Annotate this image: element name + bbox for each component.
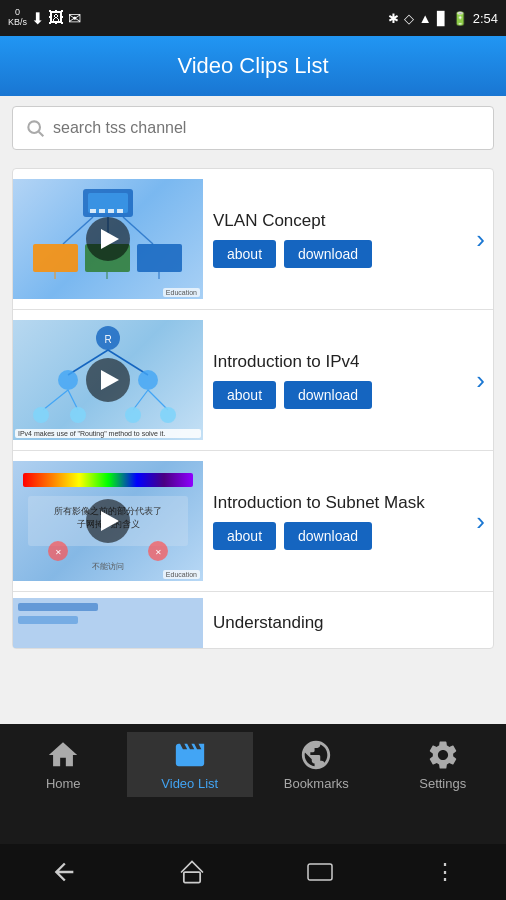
svg-line-24 [68,390,78,410]
video-icon [173,738,207,772]
nav-label-videolist: Video List [161,776,218,791]
video-item-subnet: 所有影像之前的部分代表了 子网掩码的含义 ✕ ✕ 不能访问 Education [13,451,493,592]
home-icon [46,738,80,772]
nav-item-videolist[interactable]: Video List [127,732,254,797]
download-button-vlan[interactable]: download [284,240,372,268]
svg-text:不能访问: 不能访问 [92,562,124,571]
item-content-subnet: Introduction to Subnet Mask about downlo… [213,492,483,550]
svg-text:R: R [104,334,111,345]
about-button-ipv4[interactable]: about [213,381,276,409]
about-button-vlan[interactable]: about [213,240,276,268]
kb-indicator: 0 KB/s [8,8,27,28]
svg-rect-7 [117,209,123,213]
svg-point-26 [70,407,86,423]
chevron-icon-subnet[interactable]: › [476,506,485,537]
bluetooth-icon: ✱ [388,11,399,26]
back-icon [50,858,78,886]
svg-rect-41 [18,603,98,611]
svg-rect-4 [90,209,96,213]
svg-rect-13 [137,244,182,272]
thumb-label-vlan: Education [163,288,200,297]
app-bar-title: Video Clips List [177,53,328,79]
back-button[interactable] [50,858,78,886]
battery-icon: 🔋 [452,11,468,26]
nav-item-home[interactable]: Home [0,732,127,797]
search-container [0,96,506,160]
thumbnail-vlan[interactable]: Education [13,179,203,299]
content-area: Education VLAN Concept about download › [0,160,506,780]
download-button-ipv4[interactable]: download [284,381,372,409]
partial-thumb-svg [13,598,203,648]
svg-rect-11 [33,244,78,272]
nav-item-bookmarks[interactable]: Bookmarks [253,732,380,797]
svg-line-27 [133,390,148,410]
nav-label-settings: Settings [419,776,466,791]
item-title-subnet: Introduction to Subnet Mask [213,492,451,514]
more-dots-icon: ⋮ [434,859,456,885]
svg-rect-5 [99,209,105,213]
app-bar: Video Clips List [0,36,506,96]
svg-line-23 [43,390,68,410]
gear-icon [426,738,460,772]
status-right: ✱ ◇ ▲ ▊ 🔋 2:54 [388,11,498,26]
svg-point-22 [138,370,158,390]
home-hardware-icon [178,858,206,886]
svg-text:✕: ✕ [155,548,162,557]
nfc-icon: ◇ [404,11,414,26]
svg-point-29 [125,407,141,423]
image-icon: 🖼 [48,9,64,27]
thumb-label-subnet: Education [163,570,200,579]
item-buttons-vlan: about download [213,240,451,268]
play-button-vlan[interactable] [86,217,130,261]
svg-point-25 [33,407,49,423]
signal-icon: ▊ [437,11,447,26]
svg-rect-31 [23,473,193,487]
nav-label-bookmarks: Bookmarks [284,776,349,791]
partial-title: Understanding [213,613,324,633]
thumb-caption-ipv4: IPv4 makes use of "Routing" method to so… [15,429,201,438]
svg-point-30 [160,407,176,423]
item-content-vlan: VLAN Concept about download [213,210,483,268]
android-nav-bar: ⋮ [0,844,506,900]
svg-rect-42 [18,616,78,624]
chevron-icon-ipv4[interactable]: › [476,365,485,396]
globe-icon [299,738,333,772]
svg-line-28 [148,390,168,410]
svg-point-0 [28,121,40,133]
thumbnail-ipv4[interactable]: R [13,320,203,440]
more-button[interactable]: ⋮ [434,859,456,885]
download-button-subnet[interactable]: download [284,522,372,550]
message-icon: ✉ [68,9,81,28]
video-item-vlan: Education VLAN Concept about download › [13,169,493,310]
item-title-vlan: VLAN Concept [213,210,451,232]
about-button-subnet[interactable]: about [213,522,276,550]
recents-icon [306,862,334,882]
search-icon [25,118,45,138]
clock: 2:54 [473,11,498,26]
svg-rect-44 [308,864,332,880]
thumbnail-partial [13,598,203,648]
bottom-nav-bar: Home Video List Bookmarks Settings [0,724,506,844]
item-content-ipv4: Introduction to IPv4 about download [213,351,483,409]
recents-button[interactable] [306,862,334,882]
svg-rect-43 [184,872,200,883]
item-title-ipv4: Introduction to IPv4 [213,351,451,373]
nav-label-home: Home [46,776,81,791]
svg-rect-6 [108,209,114,213]
wifi-icon: ▲ [419,11,432,26]
video-list-card: Education VLAN Concept about download › [12,168,494,649]
chevron-icon-vlan[interactable]: › [476,224,485,255]
download-icon: ⬇ [31,9,44,28]
video-item-partial: Understanding [13,592,493,648]
video-item-ipv4: R [13,310,493,451]
thumbnail-subnet[interactable]: 所有影像之前的部分代表了 子网掩码的含义 ✕ ✕ 不能访问 Education [13,461,203,581]
svg-line-1 [39,132,44,137]
search-input[interactable] [53,119,481,137]
status-bar: 0 KB/s ⬇ 🖼 ✉ ✱ ◇ ▲ ▊ 🔋 2:54 [0,0,506,36]
search-box[interactable] [12,106,494,150]
play-button-ipv4[interactable] [86,358,130,402]
item-buttons-ipv4: about download [213,381,451,409]
nav-item-settings[interactable]: Settings [380,732,507,797]
play-button-subnet[interactable] [86,499,130,543]
home-button[interactable] [178,858,206,886]
